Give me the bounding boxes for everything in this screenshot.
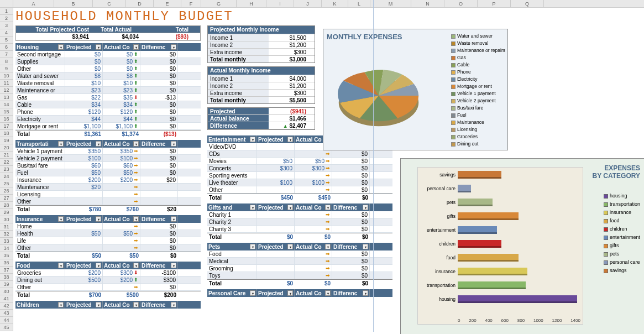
table-row[interactable]: Electricity$44$44⬆$0 (15, 116, 201, 123)
income-row: Income 2$1,200 (208, 41, 315, 48)
legend-item: Electricity (451, 76, 505, 83)
table-row[interactable]: Charity 1➡$0 (207, 211, 392, 218)
legend-item: transportation (604, 200, 640, 208)
table-row[interactable]: Fuel$50$50➡$0 (15, 169, 201, 176)
legend-item: children (604, 225, 640, 233)
table-row[interactable]: Other➡ (15, 198, 201, 205)
bar-row: savings (418, 168, 583, 181)
table-row[interactable]: Vehicle 1 payment$350$350➡$0 (15, 148, 201, 155)
legend-item: housing (604, 192, 640, 200)
filter-icon[interactable]: ▾ (287, 137, 293, 142)
filter-icon[interactable]: ▾ (171, 263, 176, 268)
filter-icon[interactable]: ▾ (287, 205, 293, 210)
table-row[interactable]: Groceries$200$300⬇-$100 (15, 269, 201, 276)
legend-item: Maintenance (451, 119, 505, 126)
table-row[interactable]: Water and sewer$8$8⬆$0 (15, 72, 201, 80)
filter-icon[interactable]: ▾ (250, 290, 255, 296)
table-row[interactable]: Health$50$50➡$0 (15, 230, 201, 237)
filter-icon[interactable]: ▾ (58, 216, 64, 222)
filter-icon[interactable]: ▾ (96, 263, 101, 268)
table-row[interactable]: Maintenance$20➡ (15, 184, 201, 191)
table-row[interactable]: Insurance$200$200➡$20 (15, 176, 201, 184)
section-header: Children▾Projected▾Actual Co▾Differenc▾ (15, 301, 201, 309)
projected-income-box: Projected Monthly Income Income 1$1,500I… (207, 25, 315, 63)
income-row: Extra income$300 (208, 89, 315, 96)
filter-icon[interactable]: ▾ (96, 216, 101, 222)
table-row[interactable]: Supplies$0$0⬆$0 (15, 58, 201, 65)
section-insurance: Insurance▾Projected▾Actual Co▾Differenc▾… (15, 215, 201, 259)
filter-icon[interactable]: ▾ (133, 44, 139, 50)
filter-icon[interactable]: ▾ (96, 302, 101, 307)
table-row[interactable]: Charity 2➡$0 (207, 218, 392, 226)
table-row[interactable]: Charity 3➡$0 (207, 226, 392, 233)
table-row[interactable]: Other➡$0 (207, 186, 392, 194)
table-row[interactable]: Second mortgage$0$0⬆$0 (15, 51, 201, 58)
section-total: Total$0$0$0 (207, 279, 392, 287)
filter-icon[interactable]: ▾ (325, 290, 331, 296)
section-header: Insurance▾Projected▾Actual Co▾Differenc▾ (15, 215, 201, 223)
filter-icon[interactable]: ▾ (250, 244, 255, 249)
table-row[interactable]: Other➡$0 (15, 284, 201, 291)
table-row[interactable]: Licensing➡ (15, 191, 201, 198)
filter-icon[interactable]: ▾ (287, 244, 293, 249)
table-row[interactable]: CDs➡$0 (207, 150, 392, 158)
filter-icon[interactable]: ▾ (250, 205, 255, 210)
filter-icon[interactable]: ▾ (171, 302, 176, 307)
filter-icon[interactable]: ▾ (58, 302, 64, 307)
section-header: Gifts and▾Projected▾Actual Co▾Differenc▾ (207, 203, 392, 211)
filter-icon[interactable]: ▾ (133, 302, 139, 307)
legend-item: Vehicle 1 payment (451, 90, 505, 97)
table-row[interactable]: Home➡$0 (15, 223, 201, 230)
section-header: Food▾Projected▾Actual Co▾Differenc▾ (15, 262, 201, 269)
table-row[interactable]: Other➡$0 (15, 244, 201, 252)
section-total: Total$780$760$20 (15, 205, 201, 213)
filter-icon[interactable]: ▾ (58, 141, 64, 147)
table-row[interactable]: Mortgage or rent$1,100$1,100⬆$0 (15, 123, 201, 130)
legend-item: Dining out (451, 140, 505, 148)
gridline (373, 0, 374, 332)
filter-icon[interactable]: ▾ (363, 205, 368, 210)
table-row[interactable]: Dining out$500$200⬆$300 (15, 276, 201, 284)
filter-icon[interactable]: ▾ (58, 263, 64, 268)
table-row[interactable]: Waste removal$10$10⬆$0 (15, 80, 201, 87)
filter-icon[interactable]: ▾ (133, 216, 139, 222)
table-row[interactable]: Bus/taxi fare$60$60➡$0 (15, 162, 201, 169)
legend-item: Licensing (451, 126, 505, 133)
table-row[interactable]: Movies$50$50➡$0 (207, 158, 392, 165)
filter-icon[interactable]: ▾ (171, 44, 176, 50)
filter-icon[interactable]: ▾ (58, 44, 64, 50)
filter-icon[interactable]: ▾ (287, 290, 293, 296)
filter-icon[interactable]: ▾ (133, 141, 139, 147)
legend-item: Waste removal (451, 40, 505, 47)
filter-icon[interactable]: ▾ (325, 205, 331, 210)
bar-row: transportation (418, 278, 583, 292)
bar-chart: EXPENSESBY CATEGORY savingspersonal care… (400, 158, 644, 334)
table-row[interactable]: Concerts$300$300➡$0 (207, 165, 392, 172)
filter-icon[interactable]: ▾ (363, 244, 368, 249)
filter-icon[interactable]: ▾ (250, 137, 255, 142)
table-row[interactable]: Medical➡$0 (207, 258, 392, 265)
section-personal care: Personal Care▾Projected▾Actual Co▾Differ… (207, 289, 392, 297)
filter-icon[interactable]: ▾ (96, 44, 101, 50)
table-row[interactable]: Phone$120$120⬆$0 (15, 108, 201, 116)
table-row[interactable]: Gas$22$35⬇-$13 (15, 94, 201, 101)
table-row[interactable]: Grooming➡$0 (207, 265, 392, 272)
table-row[interactable]: Life➡$0 (15, 237, 201, 244)
table-row[interactable]: Vehicle 2 payment$100$100➡$0 (15, 155, 201, 162)
legend-item: food (604, 217, 640, 225)
table-row[interactable]: Toys➡$0 (207, 272, 392, 279)
table-row[interactable]: Sporting events➡$0 (207, 172, 392, 179)
summary-values: $3,941 $4,034 ($93) (15, 33, 201, 41)
table-row[interactable]: Other$0$0⬆$0 (15, 65, 201, 72)
filter-icon[interactable]: ▾ (96, 141, 101, 147)
filter-icon[interactable]: ▾ (363, 290, 368, 296)
income-row: Income 2$1,200 (208, 82, 315, 89)
filter-icon[interactable]: ▾ (133, 263, 139, 268)
filter-icon[interactable]: ▾ (171, 216, 176, 222)
filter-icon[interactable]: ▾ (171, 141, 176, 147)
table-row[interactable]: Maintenance or$23$23⬆$0 (15, 87, 201, 94)
filter-icon[interactable]: ▾ (325, 244, 331, 249)
table-row[interactable]: Food➡$0 (207, 251, 392, 258)
table-row[interactable]: Live theater$100$100➡$0 (207, 179, 392, 186)
table-row[interactable]: Cable$34$34⬆$0 (15, 101, 201, 108)
